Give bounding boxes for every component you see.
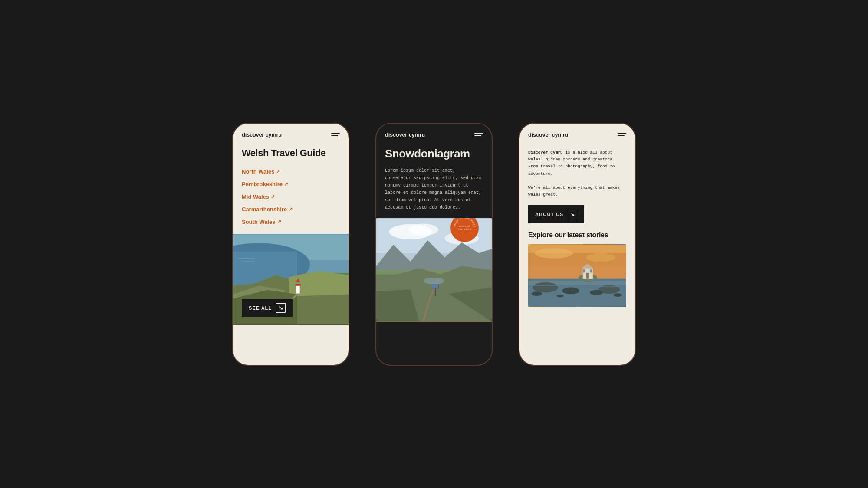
phone-1-logo: discover cymru xyxy=(242,131,282,138)
phone-3: discover cymru Discover Cymru is a blog … xyxy=(519,123,636,366)
phones-container: discover cymru Welsh Travel Guide North … xyxy=(232,123,636,366)
phone-1-coastal-image: SEE ALL ↘ xyxy=(233,234,349,325)
see-all-button[interactable]: SEE ALL ↘ xyxy=(242,299,293,317)
svg-rect-11 xyxy=(237,258,254,259)
svg-rect-8 xyxy=(296,285,300,294)
svg-point-34 xyxy=(586,253,616,262)
phone-3-about-text: Discover Cymru is a blog all about Wales… xyxy=(528,149,626,177)
story-image xyxy=(528,244,626,307)
phone-2-header: discover cymru xyxy=(376,124,492,144)
svg-point-51 xyxy=(614,293,622,297)
phone-3-content: Discover Cymru is a blog all about Wales… xyxy=(519,143,635,307)
phone-2-landscape-image: image of the month · image of the month … xyxy=(376,218,492,322)
nav-link-pembrokeshire[interactable]: Pembrokeshire xyxy=(242,181,340,187)
see-all-arrow: ↘ xyxy=(276,303,286,313)
svg-rect-45 xyxy=(586,273,589,279)
phone-3-about-text-2: We're all about everything that makes Wa… xyxy=(528,184,626,198)
phone-2: discover cymru Snowdoniagram Lorem ipsum… xyxy=(375,123,493,366)
svg-point-33 xyxy=(535,248,573,259)
phone-1-header: discover cymru xyxy=(233,124,349,144)
svg-rect-9 xyxy=(296,284,301,286)
about-us-arrow: ↘ xyxy=(568,210,577,219)
svg-point-52 xyxy=(557,295,564,297)
nav-link-carmarthenshire[interactable]: Carmarthenshire xyxy=(242,206,340,213)
nav-link-mid-wales[interactable]: Mid Wales xyxy=(242,193,340,200)
phone-1-nav: North Wales Pembrokeshire Mid Wales Carm… xyxy=(242,168,340,225)
phone-2-content: Snowdoniagram Lorem ipsum dolor sit amet… xyxy=(376,143,492,211)
svg-point-37 xyxy=(533,282,558,293)
svg-rect-49 xyxy=(601,286,618,287)
phone-1-menu-icon[interactable] xyxy=(331,133,340,136)
phone-1-title: Welsh Travel Guide xyxy=(242,147,340,159)
svg-text:image of: image of xyxy=(459,225,470,228)
phone-1: discover cymru Welsh Travel Guide North … xyxy=(232,123,349,366)
svg-text:the month: the month xyxy=(458,228,471,231)
phone-3-logo: discover cymru xyxy=(528,131,568,138)
svg-point-25 xyxy=(423,277,444,284)
svg-point-40 xyxy=(590,290,602,295)
svg-rect-46 xyxy=(583,269,585,272)
explore-stories-title: Explore our latest stories xyxy=(528,231,626,239)
phone-1-content: Welsh Travel Guide North Wales Pembrokes… xyxy=(233,143,349,225)
about-us-label: ABOUT US xyxy=(535,212,563,217)
nav-link-north-wales[interactable]: North Wales xyxy=(242,168,340,175)
nav-link-south-wales[interactable]: South Wales xyxy=(242,219,340,225)
see-all-label: SEE ALL xyxy=(249,305,272,311)
phone-3-header: discover cymru xyxy=(519,124,635,144)
svg-rect-22 xyxy=(432,285,438,288)
phone-2-title: Snowdoniagram xyxy=(385,147,483,160)
phone-2-menu-icon[interactable] xyxy=(474,133,483,136)
about-us-button[interactable]: ABOUT US ↘ xyxy=(528,205,584,223)
svg-point-16 xyxy=(408,223,438,236)
svg-rect-47 xyxy=(590,269,592,272)
svg-point-39 xyxy=(562,287,579,294)
svg-rect-48 xyxy=(533,285,558,286)
svg-rect-12 xyxy=(242,261,255,262)
phone-2-body: Lorem ipsum dolor sit amet, consetetur s… xyxy=(385,167,483,211)
discover-cymru-brand: Discover Cymru xyxy=(528,150,563,155)
phone-2-logo: discover cymru xyxy=(385,131,425,138)
svg-point-50 xyxy=(532,291,542,296)
phone-3-menu-icon[interactable] xyxy=(618,133,626,136)
